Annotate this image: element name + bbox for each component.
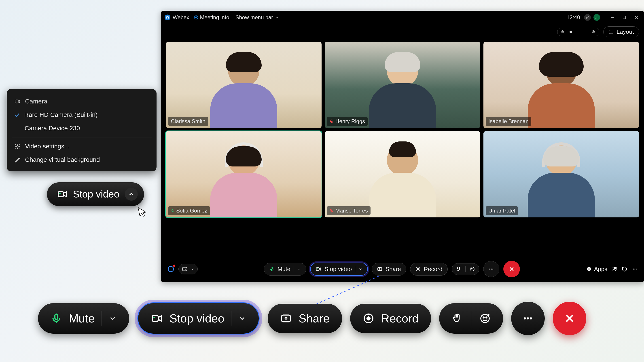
- svg-point-49: [634, 269, 635, 270]
- zoom-control[interactable]: [557, 28, 599, 36]
- close-icon: [563, 312, 576, 325]
- window-maximize-button[interactable]: [620, 13, 628, 21]
- svg-point-39: [492, 269, 493, 270]
- svg-line-9: [594, 32, 595, 33]
- panel-options-button[interactable]: [632, 266, 638, 272]
- reactions-button-large[interactable]: [439, 303, 503, 334]
- leave-meeting-button[interactable]: [503, 261, 520, 277]
- camera-device-label: Camera Device 230: [24, 125, 80, 132]
- encryption-badge[interactable]: [584, 14, 591, 21]
- zoom-in-button[interactable]: [590, 29, 597, 35]
- camera-device-option-selected[interactable]: Rare HD Camera (Built-in): [10, 108, 154, 122]
- chat-icon: [622, 266, 628, 272]
- chevron-down-icon: [238, 314, 246, 323]
- svg-rect-27: [316, 268, 319, 271]
- participant-name-tag: Henry Riggs: [327, 117, 368, 126]
- svg-rect-51: [15, 100, 18, 103]
- record-button[interactable]: Record: [410, 263, 448, 276]
- meeting-info-button[interactable]: Meeting info: [194, 14, 229, 20]
- stop-video-label: Stop video: [170, 312, 224, 325]
- minimize-icon: [610, 15, 615, 20]
- svg-rect-44: [587, 270, 588, 271]
- svg-point-68: [527, 317, 529, 320]
- participant-tile[interactable]: Umar Patel: [484, 131, 639, 217]
- svg-point-23: [168, 266, 174, 272]
- chevron-up-icon: [128, 191, 134, 198]
- titlebar: W Webex Meeting info Show menu bar 12:40: [161, 11, 644, 24]
- chevron-down-icon: [358, 267, 362, 271]
- chevron-down-icon: [191, 267, 194, 271]
- participant-tile[interactable]: Isabelle Brennan: [484, 42, 639, 128]
- participant-name: Henry Riggs: [336, 118, 365, 124]
- participant-name: Clarissa Smith: [171, 118, 206, 124]
- virtual-background-label: Change virtual background: [25, 156, 100, 163]
- chevron-down-icon: [109, 314, 117, 323]
- show-menu-bar-button[interactable]: Show menu bar: [236, 14, 279, 20]
- svg-point-62: [481, 314, 489, 323]
- captions-button[interactable]: [178, 264, 198, 274]
- svg-rect-24: [182, 267, 187, 271]
- participant-tile[interactable]: Henry Riggs: [325, 42, 480, 128]
- record-icon: [415, 266, 420, 272]
- apps-button[interactable]: Apps: [586, 266, 607, 273]
- stop-video-button[interactable]: Stop video: [310, 263, 368, 276]
- share-button[interactable]: Share: [372, 263, 406, 276]
- mute-button[interactable]: Mute: [264, 263, 306, 276]
- share-label: Share: [386, 266, 401, 273]
- share-screen-icon: [280, 313, 292, 324]
- key-icon: [586, 16, 589, 19]
- svg-rect-25: [271, 267, 272, 270]
- raise-hand-icon: [456, 266, 461, 272]
- zoom-slider[interactable]: [568, 32, 588, 32]
- video-camera-icon: [151, 312, 163, 325]
- video-grid: Clarissa Smith Henry Riggs Isabelle Bren…: [161, 39, 644, 217]
- record-button-large[interactable]: Record: [350, 304, 431, 333]
- more-options-button-large[interactable]: [511, 302, 545, 335]
- zoom-out-button[interactable]: [560, 29, 566, 35]
- participant-name-tag: Clarissa Smith: [168, 117, 208, 126]
- webex-window: W Webex Meeting info Show menu bar 12:40: [161, 11, 644, 282]
- participants-panel-button[interactable]: [611, 266, 618, 272]
- signal-icon: [596, 16, 598, 19]
- camera-device-option[interactable]: Camera Device 230: [10, 122, 154, 135]
- window-close-button[interactable]: [632, 13, 640, 21]
- camera-options-popover: Camera Rare HD Camera (Built-in) Camera …: [7, 89, 156, 171]
- svg-rect-53: [58, 192, 64, 197]
- camera-device-label: Rare HD Camera (Built-in): [24, 111, 98, 118]
- svg-point-58: [154, 317, 155, 318]
- svg-point-50: [636, 269, 636, 270]
- microphone-icon: [269, 266, 274, 272]
- more-options-button[interactable]: [483, 261, 499, 277]
- enlarged-toolbar: Mute Stop video Share Record: [38, 302, 620, 335]
- svg-point-52: [16, 145, 18, 147]
- assistant-button[interactable]: [167, 266, 174, 273]
- ellipsis-icon: [522, 312, 534, 325]
- chevron-down-icon: [297, 267, 301, 271]
- brand: W Webex: [164, 14, 189, 20]
- chat-panel-button[interactable]: [622, 266, 628, 272]
- video-camera-icon: [316, 266, 321, 272]
- layout-button[interactable]: Layout: [603, 26, 639, 37]
- stop-video-button-large[interactable]: Stop video: [137, 302, 260, 335]
- mute-button-large[interactable]: Mute: [38, 303, 129, 334]
- svg-point-48: [633, 269, 634, 270]
- record-icon: [363, 313, 374, 324]
- mic-active-icon: [171, 209, 174, 213]
- video-options-chevron[interactable]: [125, 188, 138, 201]
- video-settings-option[interactable]: Video settings...: [10, 140, 154, 153]
- participant-tile[interactable]: Marise Torres: [325, 131, 480, 217]
- share-button-large[interactable]: Share: [268, 304, 342, 333]
- stop-video-callout-button[interactable]: Stop video: [47, 182, 144, 206]
- svg-point-54: [59, 193, 60, 194]
- network-quality-badge[interactable]: [594, 14, 600, 21]
- reactions-button[interactable]: [452, 263, 479, 275]
- change-virtual-background-option[interactable]: Change virtual background: [10, 153, 154, 166]
- window-minimize-button[interactable]: [608, 13, 616, 21]
- meeting-clock: 12:40: [567, 14, 580, 20]
- magic-wand-icon: [14, 157, 20, 163]
- participant-tile-active-speaker[interactable]: Sofia Gomez: [166, 131, 322, 217]
- mouse-cursor-icon: [137, 205, 150, 219]
- mic-muted-icon: [330, 119, 334, 123]
- leave-meeting-button-large[interactable]: [553, 302, 586, 335]
- participant-tile[interactable]: Clarissa Smith: [166, 42, 322, 128]
